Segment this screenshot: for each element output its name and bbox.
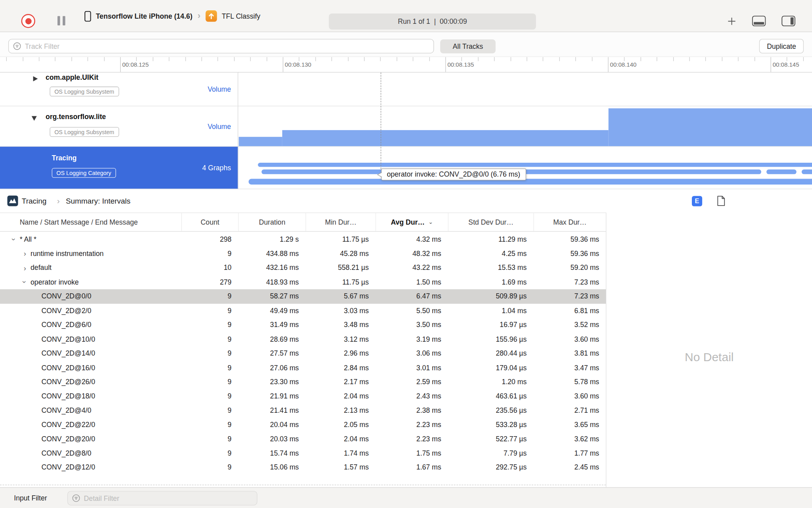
- row-name: runtime instrumentation: [31, 250, 103, 258]
- track-row-com-apple-uikit[interactable]: com.apple.UIKit OS Logging Subsystem Vol…: [0, 73, 812, 106]
- filter-icon: [72, 494, 80, 502]
- table-row-conv-2d-18-0[interactable]: CONV_2D@18/0921.91 ms2.04 ms2.43 ms463.6…: [0, 389, 606, 403]
- column-header-0[interactable]: Name / Start Message / End Message: [0, 213, 181, 231]
- detail-filter-input[interactable]: [84, 494, 253, 502]
- ruler-label: 00:08.130: [285, 57, 311, 73]
- table-row-conv-2d-14-0[interactable]: CONV_2D@14/0927.57 ms2.96 ms3.06 ms280.4…: [0, 346, 606, 360]
- column-header-label: Max Dur…: [553, 218, 586, 226]
- bottom-pane-icon: [752, 15, 766, 26]
- ruler-tick: [153, 57, 153, 61]
- table-end-indicator: [0, 485, 606, 485]
- column-header-3[interactable]: Min Dur…: [306, 213, 375, 231]
- tracing-interval-bar[interactable]: [766, 169, 797, 174]
- row-name: CONV_2D@8/0: [41, 449, 91, 457]
- volume-graph-tensorflow[interactable]: [239, 106, 812, 146]
- device-selector[interactable]: Tensorflow Lite iPhone (14.6) › TFL Clas…: [84, 10, 260, 23]
- table-row-conv-2d-4-0[interactable]: CONV_2D@4/0921.41 ms2.13 ms2.38 ms235.56…: [0, 403, 606, 418]
- track-filter-input[interactable]: [25, 42, 429, 50]
- ruler-tick: [120, 57, 121, 73]
- add-instrument-button[interactable]: [726, 16, 737, 26]
- table-row-conv-2d-26-0[interactable]: CONV_2D@26/0923.30 ms2.17 ms2.59 ms1.20 …: [0, 375, 606, 389]
- pause-button[interactable]: [57, 16, 65, 25]
- track-meta: Volume: [208, 122, 231, 130]
- disclosure-collapsed-icon[interactable]: ›: [19, 250, 31, 258]
- row-value: 4.32 ms: [375, 232, 448, 246]
- ruler-label: 00:08.125: [122, 57, 149, 73]
- disclosure-expanded-icon[interactable]: [32, 116, 37, 121]
- detail-filter-field[interactable]: [67, 491, 257, 506]
- record-button[interactable]: [21, 14, 35, 28]
- table-row-conv-2d-0-0[interactable]: CONV_2D@0/0958.27 ms5.67 ms6.47 ms509.89…: [0, 289, 606, 304]
- table-row-conv-2d-2-0[interactable]: CONV_2D@2/0949.49 ms3.03 ms5.50 ms1.04 m…: [0, 304, 606, 318]
- table-row-conv-2d-22-0[interactable]: CONV_2D@22/0920.04 ms2.05 ms2.23 ms533.2…: [0, 418, 606, 432]
- track-row-tracing-selected[interactable]: Tracing OS Logging Category 4 Graphs ope…: [0, 147, 812, 189]
- row-name-cell: ›runtime instrumentation: [0, 246, 181, 261]
- all-tracks-button[interactable]: All Tracks: [440, 39, 496, 53]
- playhead-line[interactable]: [381, 73, 381, 169]
- table-row-conv-2d-10-0[interactable]: CONV_2D@10/0928.69 ms3.12 ms3.19 ms155.9…: [0, 332, 606, 346]
- ruler-label: 00:08.145: [773, 57, 799, 73]
- document-button[interactable]: [717, 195, 726, 206]
- row-value: 9: [181, 332, 238, 346]
- ruler-tick: [396, 57, 397, 61]
- table-row-conv-2d-12-0[interactable]: CONV_2D@12/0915.06 ms1.57 ms1.67 ms292.7…: [0, 460, 606, 475]
- row-value: 3.65 ms: [533, 418, 606, 432]
- summary-table-body: ›* All *2981.29 s11.75 µs4.32 ms11.29 ms…: [0, 232, 606, 486]
- detail-panel: No Detail: [606, 213, 812, 487]
- row-value: 1.29 s: [238, 232, 306, 246]
- row-value: 5.78 ms: [533, 375, 606, 389]
- toggle-right-pane-button[interactable]: [781, 15, 795, 26]
- table-row-conv-2d-16-0[interactable]: CONV_2D@16/0927.06 ms2.84 ms3.01 ms179.0…: [0, 360, 606, 375]
- breadcrumb-instrument[interactable]: Tracing: [22, 197, 46, 205]
- table-row-all[interactable]: ›* All *2981.29 s11.75 µs4.32 ms11.29 ms…: [0, 232, 606, 246]
- run-status-text: Run 1 of 1 | 00:00:09: [398, 17, 467, 25]
- plus-icon: [726, 16, 737, 26]
- table-row-conv-2d-8-0[interactable]: CONV_2D@8/0915.74 ms1.74 ms1.75 ms7.79 µ…: [0, 446, 606, 460]
- row-name-cell: CONV_2D@18/0: [0, 389, 181, 403]
- table-row-default[interactable]: ›default10432.16 ms558.21 µs43.22 ms15.5…: [0, 261, 606, 275]
- row-name-cell: CONV_2D@8/0: [0, 446, 181, 460]
- ruler-tick: [608, 57, 608, 73]
- column-header-2[interactable]: Duration: [238, 213, 306, 231]
- track-row-org-tensorflow-lite[interactable]: org.tensorflow.lite OS Logging Subsystem…: [0, 106, 812, 147]
- row-value: 28.69 ms: [238, 332, 306, 346]
- ruler-label: 00:08.135: [447, 57, 474, 73]
- duplicate-button[interactable]: Duplicate: [759, 39, 804, 54]
- uikit-volume-graph[interactable]: [239, 73, 812, 106]
- column-header-label: Duration: [259, 218, 285, 226]
- track-sidebar: com.apple.UIKit OS Logging Subsystem Vol…: [0, 73, 238, 106]
- breadcrumb-page[interactable]: Summary: Intervals: [66, 197, 130, 205]
- column-header-6[interactable]: Max Dur…: [533, 213, 606, 231]
- tracing-interval-bar[interactable]: [802, 169, 812, 174]
- row-value: 7.79 µs: [448, 446, 534, 460]
- toggle-bottom-pane-button[interactable]: [752, 15, 766, 26]
- table-row-conv-2d-20-0[interactable]: CONV_2D@20/0920.03 ms2.04 ms2.23 ms522.7…: [0, 432, 606, 446]
- no-detail-label: No Detail: [685, 350, 734, 364]
- tracing-interval-bar[interactable]: [249, 179, 812, 185]
- row-value: 5.50 ms: [375, 304, 448, 318]
- tracing-interval-bar[interactable]: [258, 163, 812, 167]
- track-filter-field[interactable]: [8, 39, 434, 54]
- table-row-conv-2d-6-0[interactable]: CONV_2D@6/0931.49 ms3.48 ms3.50 ms16.97 …: [0, 318, 606, 332]
- expanded-detail-button[interactable]: E: [692, 196, 702, 206]
- tracing-graph[interactable]: operator invoke: CONV_2D@0/0 (6.76 ms): [239, 147, 812, 189]
- column-header-4[interactable]: Avg Dur…⌄: [375, 213, 448, 231]
- ruler-tick: [510, 57, 511, 61]
- disclosure-collapsed-icon[interactable]: [33, 76, 38, 81]
- row-value: 3.81 ms: [533, 346, 606, 360]
- disclosure-expanded-icon[interactable]: ›: [10, 234, 18, 245]
- row-value: 59.36 ms: [533, 246, 606, 261]
- table-row-runtime-instrumentation[interactable]: ›runtime instrumentation9434.88 ms45.28 …: [0, 246, 606, 261]
- row-value: 2.59 ms: [375, 375, 448, 389]
- column-header-1[interactable]: Count: [181, 213, 238, 231]
- ruler-tick: [494, 57, 494, 61]
- disclosure-collapsed-icon[interactable]: ›: [19, 264, 31, 272]
- row-value: 9: [181, 418, 238, 432]
- timeline-ruler[interactable]: 00:08.12500:08.13000:08.13500:08.14000:0…: [0, 57, 812, 73]
- ruler-tick: [592, 57, 592, 61]
- disclosure-expanded-icon[interactable]: ›: [21, 276, 29, 288]
- pause-bar-icon: [63, 16, 65, 25]
- table-row-operator-invoke[interactable]: ›operator invoke279418.93 ms11.75 µs1.50…: [0, 275, 606, 289]
- row-name-cell: CONV_2D@10/0: [0, 332, 181, 346]
- column-header-5[interactable]: Std Dev Dur…: [448, 213, 534, 231]
